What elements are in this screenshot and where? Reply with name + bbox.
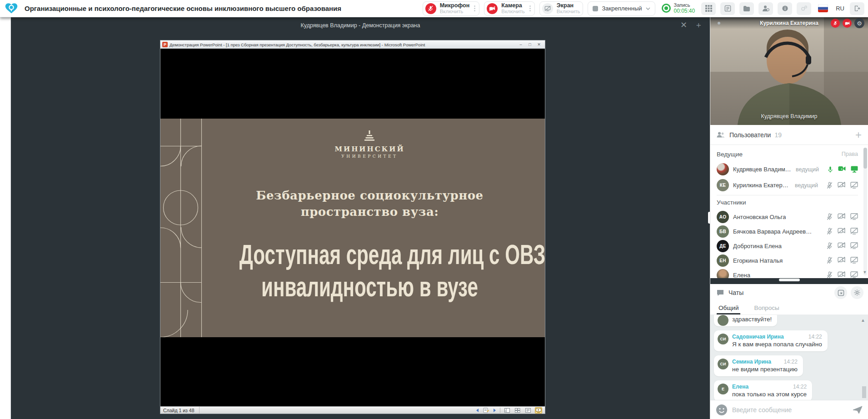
screen-label: Экран	[557, 3, 580, 9]
gears-icon	[800, 5, 808, 12]
previous-slide-icon[interactable]	[475, 408, 480, 413]
camera-sublabel: Включить	[501, 9, 525, 14]
university-logo-icon	[364, 130, 375, 142]
tile-camera-off-button[interactable]	[843, 19, 852, 28]
panels-divider[interactable]	[710, 278, 868, 284]
panel-resize-handle[interactable]	[708, 212, 710, 224]
screen-off-icon[interactable]	[850, 182, 858, 189]
users-scrollbar[interactable]	[863, 148, 867, 275]
add-stage-icon[interactable]: ＋	[694, 20, 703, 30]
participant-row[interactable]: ЕН Егоркина Наталья	[717, 253, 858, 268]
powerpoint-window: P Демонстрация PowerPoint - [1 през Сбор…	[160, 40, 545, 414]
powerpoint-statusbar: Слайд 1 из 48	[160, 406, 545, 414]
layout-mode-label: Закрепленный	[602, 5, 642, 12]
avatar: БВ	[717, 225, 729, 238]
normal-view-icon[interactable]	[504, 407, 511, 414]
message-text: пока только на этом курсе	[732, 391, 807, 398]
info-button[interactable]	[778, 2, 792, 15]
slide-subtitle: Доступная среда для лиц с ОВЗ и инвалидн…	[203, 239, 537, 304]
screen-share-button[interactable]: Экран Включить	[539, 1, 584, 16]
chat-message: здравствуйте!	[714, 315, 777, 326]
chat-message: СИ Садовничая Ирина 14:22 Я к вам вчера …	[714, 330, 828, 351]
message-author: Елена	[732, 384, 748, 390]
avatar	[718, 315, 728, 326]
window-minimize-button[interactable]: –	[517, 42, 525, 48]
popout-chat-button[interactable]	[834, 286, 847, 299]
scroll-up-icon[interactable]: ▲	[861, 318, 865, 323]
layout-grid-button[interactable]	[701, 2, 716, 15]
tile-mic-off-button[interactable]	[831, 19, 840, 28]
camera-off-icon	[838, 242, 845, 248]
language-code[interactable]: RU	[836, 5, 844, 12]
send-icon[interactable]	[853, 405, 863, 414]
divider-handle[interactable]	[779, 279, 800, 281]
emoji-icon[interactable]	[716, 404, 728, 416]
powerpoint-titlebar[interactable]: P Демонстрация PowerPoint - [1 през Сбор…	[160, 40, 545, 49]
chats-panel: Чаты Общий Вопросы здравствуйте!	[710, 284, 868, 419]
record-indicator[interactable]: Запись 00:05:40	[662, 3, 695, 14]
chat-message-input[interactable]	[732, 406, 848, 414]
host-row[interactable]: Кудрявцев Владимир ... ведущий 1	[717, 161, 858, 177]
slideshow-area: МИНИНСКИЙ УНИВЕРСИТЕТ Безбарьерное социо…	[160, 49, 545, 406]
stage-header: Кудрявцев Владимир - Демонстрация экрана…	[11, 17, 710, 34]
notes-icon	[724, 5, 731, 12]
avatar: АО	[717, 211, 729, 223]
participant-row[interactable]: АО Антоновская Ольга	[717, 210, 858, 224]
gear-icon	[853, 289, 861, 296]
host-row[interactable]: КЕ Курилкина Екатерина... ведущий	[717, 177, 858, 193]
next-slide-icon[interactable]	[492, 408, 497, 413]
close-stage-icon[interactable]: ✕	[680, 20, 687, 30]
powerpoint-icon: P	[162, 42, 168, 47]
tab-questions-chat[interactable]: Вопросы	[754, 301, 779, 314]
chat-settings-button[interactable]	[851, 286, 863, 299]
record-timer: 00:05:40	[674, 8, 695, 14]
microphone-button[interactable]: Микрофон Включить	[423, 1, 480, 16]
settings-button[interactable]	[797, 2, 811, 15]
chat-message: Е Елена 14:22 пока только на этом курсе	[714, 380, 812, 400]
tab-general-chat[interactable]: Общий	[718, 301, 738, 314]
window-close-button[interactable]: ✕	[535, 42, 543, 48]
mic-off-icon	[833, 21, 838, 25]
top-toolbar: Организационные и психолого-педагогическ…	[0, 0, 868, 17]
chat-message: СИ Семина Ирина 14:22 не видим презентац…	[714, 355, 803, 376]
mic-off-icon[interactable]	[827, 182, 833, 189]
attendee-settings-button[interactable]	[758, 2, 773, 15]
window-maximize-button[interactable]: □	[526, 42, 534, 48]
camera-off-icon	[838, 257, 845, 263]
camera-menu-dots[interactable]	[529, 5, 532, 11]
participants-label: Участники	[717, 199, 746, 206]
files-button[interactable]	[739, 2, 754, 15]
language-flag-button[interactable]	[816, 2, 830, 15]
leave-button[interactable]	[850, 2, 864, 15]
invite-user-button[interactable]: +	[855, 130, 862, 140]
microphone-menu-dots[interactable]	[473, 5, 476, 11]
chevron-down-icon	[646, 6, 650, 11]
avatar: Е	[718, 384, 728, 394]
grid-icon	[705, 5, 712, 12]
tile-settings-button[interactable]: ⚙	[854, 18, 864, 28]
collapsed-left-panel[interactable]	[0, 17, 11, 419]
mic-on-icon[interactable]	[828, 166, 833, 173]
speaker-video-tile[interactable]: Курилкина Екатерина ⚙ Кудрявцев Владимир	[710, 17, 868, 125]
slide-sorter-view-icon[interactable]	[514, 407, 521, 414]
participant-row[interactable]: БВ Бячкова Варвара Андреевна Анд...	[717, 224, 858, 239]
avatar	[717, 163, 729, 175]
microphone-muted-icon	[425, 3, 436, 14]
chat-scrollbar-thumb[interactable]	[862, 386, 866, 398]
message-author: Семина Ирина	[732, 359, 771, 365]
chat-messages[interactable]: здравствуйте! СИ Садовничая Ирина 14:22 …	[710, 315, 868, 400]
camera-off-icon[interactable]	[838, 182, 845, 188]
slideshow-view-icon[interactable]	[535, 407, 542, 414]
screen-sublabel: Включить	[557, 9, 580, 14]
scroll-down-icon[interactable]: ▼	[863, 270, 867, 274]
reading-view-icon[interactable]	[524, 407, 532, 414]
camera-button[interactable]: Камера Включить	[484, 1, 535, 16]
layout-mode-dropdown[interactable]: Закрепленный	[588, 1, 655, 16]
notes-button[interactable]	[720, 2, 735, 15]
slideshow-menu-icon[interactable]	[483, 408, 489, 413]
screen-on-icon[interactable]	[851, 166, 858, 173]
participant-row[interactable]: ДЕ Добротина Елена	[717, 239, 858, 253]
screen-share-off-icon	[542, 3, 553, 14]
camera-on-icon[interactable]: 1	[838, 166, 846, 171]
microphone-sublabel: Включить	[440, 9, 470, 14]
